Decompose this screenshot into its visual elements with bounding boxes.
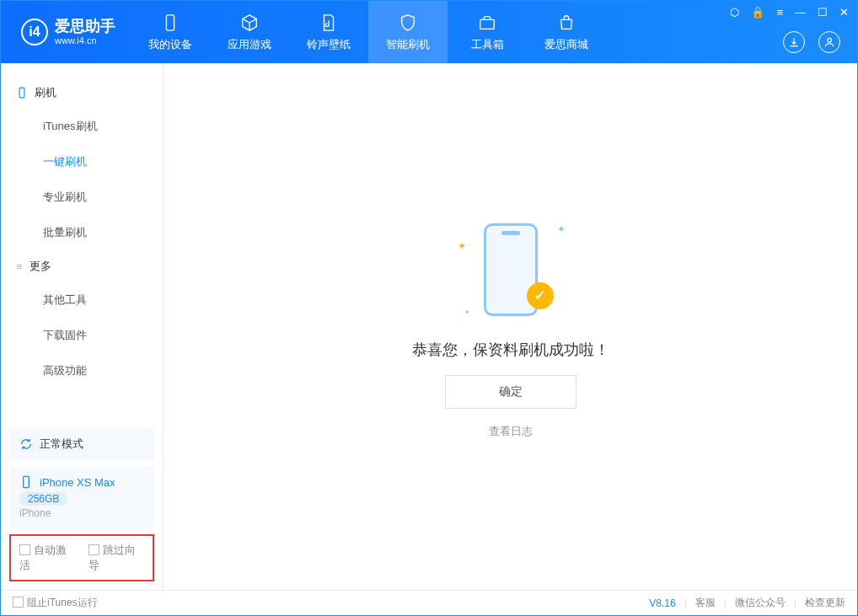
bag-icon	[556, 13, 576, 33]
tab-smart-flash[interactable]: 智能刷机	[368, 1, 448, 63]
svg-rect-1	[480, 19, 495, 29]
phone-icon	[160, 13, 180, 33]
block-itunes-checkbox[interactable]: 阻止iTunes运行	[13, 596, 98, 610]
skip-guide-checkbox[interactable]: 跳过向导	[88, 543, 144, 573]
sidebar-item-pro-flash[interactable]: 专业刷机	[1, 179, 163, 215]
svg-rect-0	[166, 14, 174, 29]
footer-link-support[interactable]: 客服	[695, 596, 716, 610]
footer: 阻止iTunes运行 V8.16 | 客服 | 微信公众号 | 检查更新	[1, 590, 857, 615]
cube-icon	[239, 13, 260, 33]
tab-store[interactable]: 爱思商城	[527, 1, 606, 63]
check-icon: ✓	[527, 282, 554, 309]
sidebar-item-download-firmware[interactable]: 下载固件	[1, 318, 163, 353]
minimize-button[interactable]: —	[795, 6, 806, 19]
mode-card[interactable]: 正常模式	[9, 428, 154, 460]
sidebar-group-more: ≡更多	[1, 250, 163, 282]
shirt-icon[interactable]: ⬡	[730, 6, 739, 19]
sidebar-item-other-tools[interactable]: 其他工具	[1, 282, 163, 318]
view-log-link[interactable]: 查看日志	[489, 424, 533, 439]
storage-badge: 256GB	[19, 492, 67, 506]
app-logo: i4 爱思助手 www.i4.cn	[1, 19, 131, 46]
ok-button[interactable]: 确定	[445, 375, 576, 409]
tab-ringtone-wallpaper[interactable]: 铃声壁纸	[289, 1, 368, 63]
sidebar: 刷机 iTunes刷机 一键刷机 专业刷机 批量刷机 ≡更多 其他工具 下载固件…	[1, 63, 164, 590]
success-illustration: ✦ ✦ ✦ ✓	[456, 215, 566, 324]
header: i4 爱思助手 www.i4.cn 我的设备 应用游戏 铃声壁纸 智能刷机 工具…	[1, 1, 857, 63]
device-type: iPhone	[19, 507, 144, 519]
tab-apps-games[interactable]: 应用游戏	[210, 1, 289, 63]
music-file-icon	[319, 13, 339, 33]
device-name: iPhone XS Max	[40, 476, 115, 489]
svg-point-2	[828, 38, 832, 42]
window-controls: ⬡ 🔒 ≡ — ☐ ✕	[730, 6, 849, 19]
header-right-icons	[783, 31, 840, 53]
shield-icon	[398, 13, 418, 33]
svg-rect-3	[19, 88, 24, 98]
device-icon	[19, 475, 33, 489]
mode-label: 正常模式	[40, 437, 83, 452]
device-card[interactable]: iPhone XS Max 256GB iPhone	[9, 467, 154, 528]
maximize-button[interactable]: ☐	[818, 6, 828, 19]
app-subtitle: www.i4.cn	[55, 35, 115, 46]
top-tabs: 我的设备 应用游戏 铃声壁纸 智能刷机 工具箱 爱思商城	[131, 1, 606, 63]
close-button[interactable]: ✕	[839, 6, 849, 19]
flash-options-box: 自动激活 跳过向导	[9, 534, 154, 581]
app-title: 爱思助手	[55, 19, 115, 35]
sidebar-item-advanced[interactable]: 高级功能	[1, 353, 163, 388]
success-message: 恭喜您，保资料刷机成功啦！	[412, 340, 609, 360]
lock-icon[interactable]: 🔒	[751, 6, 764, 19]
menu-icon[interactable]: ≡	[776, 6, 783, 19]
footer-link-update[interactable]: 检查更新	[805, 596, 845, 610]
main-content: ✦ ✦ ✦ ✓ 恭喜您，保资料刷机成功啦！ 确定 查看日志	[164, 63, 857, 590]
toolbox-icon	[477, 13, 497, 33]
tab-my-device[interactable]: 我的设备	[131, 1, 210, 63]
sidebar-item-batch-flash[interactable]: 批量刷机	[1, 215, 163, 250]
refresh-icon	[19, 437, 33, 451]
sidebar-item-oneclick-flash[interactable]: 一键刷机	[1, 144, 163, 179]
version-label: V8.16	[649, 597, 675, 609]
sidebar-item-itunes-flash[interactable]: iTunes刷机	[1, 109, 163, 144]
logo-icon: i4	[21, 19, 48, 46]
download-icon[interactable]	[783, 31, 805, 53]
svg-rect-4	[24, 476, 29, 487]
footer-link-wechat[interactable]: 微信公众号	[735, 596, 786, 610]
tab-toolbox[interactable]: 工具箱	[448, 1, 527, 63]
user-icon[interactable]	[818, 31, 840, 53]
sidebar-group-flash: 刷机	[1, 77, 163, 109]
auto-activate-checkbox[interactable]: 自动激活	[19, 543, 75, 573]
